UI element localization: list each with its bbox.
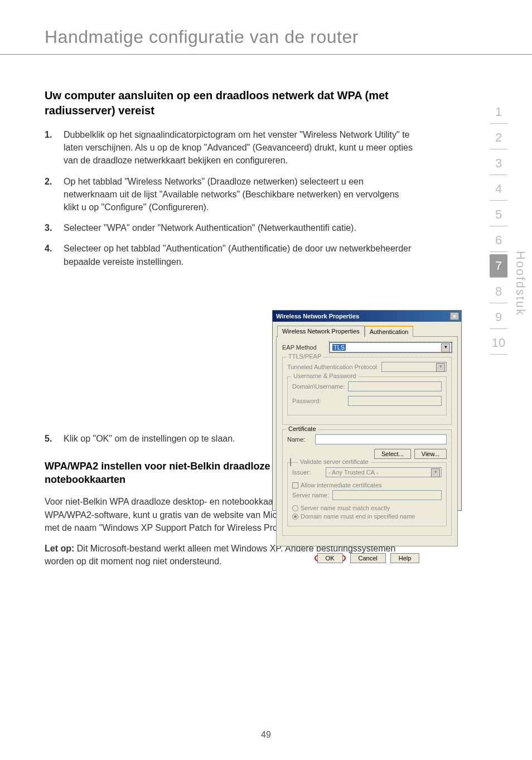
nav-2: 2: [490, 126, 507, 149]
radio-label: Server name must match exactly: [301, 505, 390, 511]
server-name-input: [332, 490, 442, 500]
password-label: Password:: [292, 398, 348, 404]
server-name-label: Server name:: [292, 492, 332, 498]
nav-5: 5: [490, 203, 507, 226]
note-bold: Let op:: [45, 544, 74, 553]
step-num: 3.: [45, 221, 64, 234]
radio-domain: Domain name must end in specified name: [292, 513, 442, 520]
step-text: Op het tabblad "Wireless Networks" (Draa…: [64, 175, 413, 214]
password-input: [348, 396, 442, 406]
cert-name-input[interactable]: [315, 434, 447, 444]
nav-10: 10: [490, 331, 507, 355]
step-num: 5.: [45, 432, 64, 445]
eap-method-select[interactable]: TLS: [330, 342, 452, 352]
ok-highlight: OK: [315, 553, 346, 563]
validate-checkbox[interactable]: [290, 458, 291, 466]
issuer-label: Issuer:: [292, 469, 326, 476]
issuer-value: - Any Trusted CA -: [328, 469, 378, 476]
radio-exact: Server name must match exactly: [292, 505, 442, 511]
domain-input: [348, 381, 442, 391]
radio-label: Domain name must end in specified name: [301, 513, 415, 520]
allow-checkbox: [292, 482, 298, 488]
step-num: 2.: [45, 175, 64, 214]
dialog-buttons: OK Cancel Help: [273, 550, 461, 567]
up-group-title: Username & Password: [291, 372, 359, 379]
page-title: Handmatige configuratie van de router: [0, 0, 532, 55]
tunneled-select: [381, 362, 447, 372]
dialog-tabs: Wireless Network Properties Authenticati…: [273, 322, 461, 336]
step-1: 1. Dubbelklik op het signaalindicatorpic…: [45, 128, 413, 167]
nav-4: 4: [490, 177, 507, 201]
cert-name-label: Name:: [287, 436, 315, 443]
select-button[interactable]: Select...: [374, 449, 411, 459]
validate-title: Validate server certificate: [298, 458, 371, 465]
username-password-group: Username & Password Domain\Username: Pas…: [287, 376, 447, 415]
nav-3: 3: [490, 152, 507, 175]
step-3: 3. Selecteer "WPA" onder "Network Authen…: [45, 221, 413, 234]
step-4: 4. Selecteer op het tabblad "Authenticat…: [45, 242, 413, 268]
view-button[interactable]: View...: [414, 449, 447, 459]
ok-button[interactable]: OK: [317, 553, 343, 563]
tunneled-label: Tunneled Authentication Protocol: [287, 364, 377, 370]
nav-1: 1: [490, 100, 507, 124]
issuer-select: - Any Trusted CA -: [326, 467, 442, 477]
allow-label: Allow intermediate certificates: [301, 482, 382, 488]
domain-label: Domain\Username:: [292, 383, 348, 390]
step-num: 4.: [45, 242, 64, 268]
chapter-nav: 1 2 3 4 5 6 7 8 9 10 Hoofdstuk: [490, 100, 507, 357]
nav-7-active: 7: [490, 254, 507, 278]
ttls-group-title: TTLS/PEAP: [286, 353, 323, 360]
dialog-body: EAP Method TLS TTLS/PEAP Tunneled Authen…: [276, 336, 458, 546]
nav-9: 9: [490, 306, 507, 329]
step-text: Selecteer op het tabblad "Authentication…: [64, 242, 413, 268]
allow-intermediate-row: Allow intermediate certificates: [292, 482, 442, 488]
nav-6: 6: [490, 229, 507, 252]
dialog-titlebar: Wireless Network Properties ×: [273, 311, 461, 322]
certificate-group: Certificate Name: Select... View... Vali…: [282, 429, 452, 536]
close-icon[interactable]: ×: [450, 312, 459, 320]
eap-value: TLS: [332, 344, 346, 351]
radio-icon: [292, 505, 298, 511]
nav-8: 8: [490, 280, 507, 303]
radio-icon: [292, 514, 298, 520]
chapter-label: Hoofdstuk: [513, 251, 528, 316]
section-title: Uw computer aansluiten op een draadloos …: [45, 88, 413, 118]
tab-authentication[interactable]: Authentication: [365, 326, 414, 337]
validate-group: Validate server certificate Issuer: - An…: [287, 462, 447, 526]
tab-wireless-properties[interactable]: Wireless Network Properties: [277, 326, 365, 337]
page-number: 49: [0, 730, 532, 740]
eap-method-label: EAP Method: [282, 344, 330, 351]
step-num: 1.: [45, 128, 64, 167]
dialog-title-text: Wireless Network Properties: [276, 313, 359, 320]
cancel-button[interactable]: Cancel: [350, 553, 386, 563]
help-button[interactable]: Help: [390, 553, 420, 563]
wireless-properties-dialog: Wireless Network Properties × Wireless N…: [272, 310, 462, 511]
ttls-peap-group: TTLS/PEAP Tunneled Authentication Protoc…: [282, 357, 452, 425]
step-text: Dubbelklik op het signaalindicatorpictog…: [64, 128, 413, 167]
step-text: Selecteer "WPA" onder "Network Authentic…: [64, 221, 413, 234]
step-2: 2. Op het tabblad "Wireless Networks" (D…: [45, 175, 413, 214]
cert-group-title: Certificate: [286, 425, 318, 432]
